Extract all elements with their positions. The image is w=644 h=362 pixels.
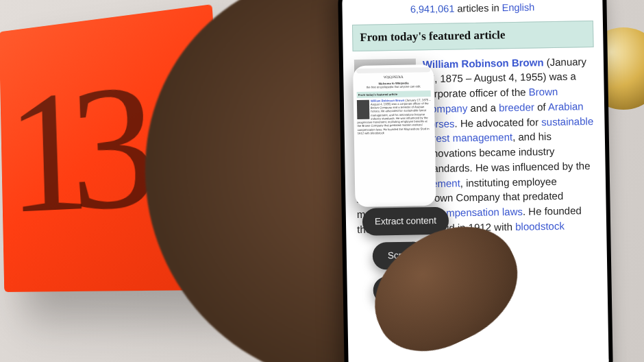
preview-sub: the free encyclopedia that anyone can ed…	[357, 84, 431, 89]
preview-portrait	[357, 99, 369, 119]
photo-scene: 13 117,614 active editors 6,941,061 arti…	[0, 0, 644, 362]
link-bloodstock[interactable]: bloodstock	[515, 220, 565, 232]
link-breeder[interactable]: breeder	[499, 101, 534, 113]
preview-brand: WIKIPEDIA	[356, 74, 430, 80]
preview-section-head: From today's featured article	[357, 90, 431, 97]
screenshot-preview[interactable]: WIKIPEDIA Welcome to Wikipedia the free …	[353, 64, 436, 207]
preview-address-bar	[356, 67, 430, 73]
extract-content-button[interactable]: Extract content	[362, 207, 449, 236]
box-number: 13	[6, 74, 140, 223]
preview-body: William Robinson Brown (January 17, 1875…	[357, 98, 432, 135]
wiki-stats: 117,614 active editors 6,941,061 article…	[351, 0, 593, 18]
articles-count: 6,941,061	[410, 3, 455, 15]
articles-language-link[interactable]: English	[502, 1, 535, 13]
article-text: . He advocated for	[454, 116, 541, 129]
article-text: and a	[467, 101, 499, 114]
android-nav-bar	[349, 359, 610, 362]
featured-article-heading: From today's featured article	[352, 21, 594, 51]
article-title-link[interactable]: William Robinson Brown	[423, 56, 544, 70]
articles-label: articles in	[454, 2, 502, 14]
article-text: of	[534, 101, 548, 112]
